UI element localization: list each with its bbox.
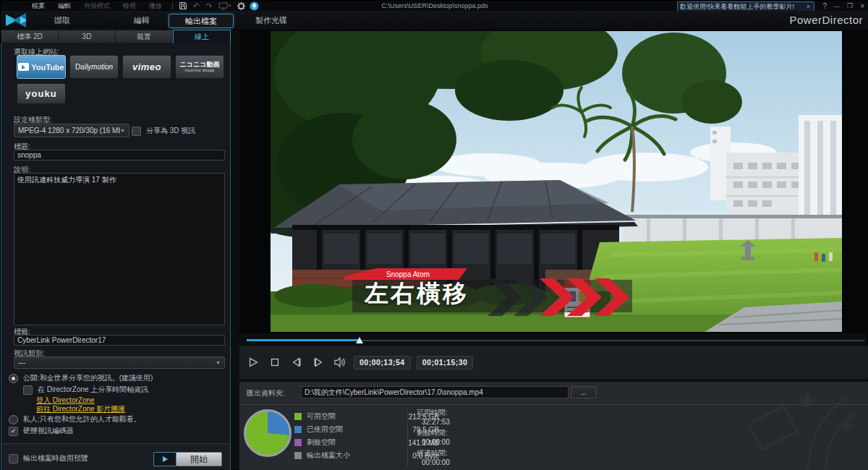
available-time-value: 32:27:53	[422, 418, 450, 426]
brand-title: PowerDirector	[789, 14, 863, 26]
legend-swatch	[294, 439, 302, 446]
menu-edit[interactable]: 編輯	[51, 1, 77, 11]
notification-bell-icon[interactable]	[247, 1, 260, 11]
minimize-button[interactable]: —	[834, 3, 840, 9]
chevron-down-icon: ▼	[216, 360, 221, 365]
elapsed-time-value: 00:00:00	[422, 458, 450, 466]
youtube-label: YouTube	[31, 63, 64, 72]
legend-swatch	[294, 452, 302, 459]
current-timecode: 00;00;13;54	[354, 356, 411, 369]
settings-gear-icon[interactable]	[234, 1, 247, 11]
subtab-standard-2d[interactable]: 標準 2D	[1, 30, 59, 43]
menu-play: 播放	[142, 1, 169, 11]
vimeo-label: vimeo	[132, 61, 161, 72]
menu-view: 檢視	[116, 1, 142, 11]
export-folder-label: 匯出資料夾:	[247, 388, 285, 398]
next-frame-button[interactable]	[310, 355, 326, 369]
private-radio[interactable]	[9, 415, 18, 424]
stop-button[interactable]	[267, 355, 283, 369]
tab-create-disc[interactable]: 製作光碟	[244, 14, 299, 27]
chevron-down-icon: ▼	[120, 128, 125, 133]
share-3d-label: 分享為 3D 視訊	[146, 126, 195, 136]
menu-file[interactable]: 檔案	[25, 1, 51, 11]
site-youku-button[interactable]: youku	[17, 83, 66, 104]
youku-label: youku	[25, 88, 56, 99]
subtab-online[interactable]: 線上	[173, 30, 231, 43]
produce-sub-tabs: 標準 2D 3D 裝置 線上	[1, 30, 231, 43]
save-icon[interactable]	[176, 1, 190, 11]
toolbar-divider	[172, 3, 173, 9]
toast-text: 歡迎使用!快來看看輕鬆上手的教學影片!	[680, 2, 794, 12]
play-button[interactable]	[245, 355, 261, 369]
tab-capture[interactable]: 擷取	[37, 14, 88, 27]
undo-icon: ↶	[190, 1, 203, 11]
share-timeline-checkbox[interactable]	[23, 385, 33, 395]
disk-space-pie-chart	[244, 409, 292, 457]
niconico-label: ニコニコ動画	[180, 61, 220, 68]
video-frame: Snoppa Atom 左右橫移	[271, 31, 842, 332]
niconico-sublabel: niconico douga	[185, 68, 215, 72]
tab-produce[interactable]: 輸出檔案	[169, 14, 234, 28]
restore-button[interactable]: ❐	[847, 2, 853, 9]
dailymotion-label: Daily	[75, 63, 91, 71]
site-niconico-button[interactable]: ニコニコ動画 niconico douga	[175, 55, 224, 79]
available-time-label: 可用時間:	[417, 408, 448, 418]
site-vimeo-button[interactable]: vimeo	[122, 55, 171, 79]
title-input[interactable]	[14, 150, 225, 161]
document-path: C:\Users\USER\Desktop\snoppa.pds	[290, 1, 579, 11]
powerdirector-window: 檔案 編輯 外掛程式 檢視 播放 ↶ ↷ ▼ C:\Users\USER\Des…	[0, 0, 868, 470]
hardware-encoder-option: ✓ 硬體視訊編碼器	[9, 426, 74, 436]
menu-plugins: 外掛程式	[77, 1, 116, 11]
seek-bar[interactable]	[241, 337, 867, 344]
subtab-device[interactable]: 裝置	[116, 30, 173, 43]
previous-frame-button[interactable]	[289, 355, 305, 369]
close-button[interactable]: ×	[860, 2, 864, 10]
produce-footer: 輸出檔案時啟用預覽 開始	[1, 443, 231, 470]
tags-input[interactable]	[14, 335, 225, 346]
profile-type-value: MPEG-4 1280 x 720/30p (16 Mb...	[18, 127, 120, 134]
preview-while-producing-label: 輸出檔案時啟用預覽	[23, 453, 88, 463]
hardware-encoder-label: 硬體視訊編碼器	[23, 426, 74, 436]
chevron-arrows-graphic	[488, 278, 632, 316]
caption-title: 左右橫移	[365, 278, 469, 310]
elapsed-time-label: 經過時間:	[417, 448, 448, 458]
display-mode-icon: ▼	[216, 1, 234, 11]
share-3d-option: 分享為 3D 視訊	[132, 126, 195, 136]
seek-thumb[interactable]	[356, 337, 363, 343]
column-divider	[407, 408, 408, 467]
subtab-3d[interactable]: 3D	[59, 30, 116, 43]
public-label: 公開:和全世界分享您的視訊。(建議使用)	[23, 373, 153, 383]
category-select[interactable]: --- ▼	[14, 356, 225, 369]
profile-type-select[interactable]: MPEG-4 1280 x 720/30p (16 Mb... ▼	[14, 124, 129, 137]
legend-swatch	[294, 426, 302, 433]
help-button[interactable]: ?	[823, 2, 827, 10]
directorzone-gallery-link[interactable]: 前往 DirectorZone 影片圖庫	[36, 404, 125, 414]
site-dailymotion-button[interactable]: Dailymotion	[69, 55, 119, 79]
private-label: 私人:只有您和您允許的人才能觀看。	[23, 414, 141, 424]
public-radio[interactable]	[9, 374, 18, 383]
playback-controls: 00;00;13;54 00;01;15;30	[239, 346, 868, 379]
powerdirector-logo-icon	[4, 12, 27, 29]
category-value: ---	[18, 359, 25, 367]
site-youtube-button[interactable]: YouTube	[17, 55, 66, 79]
description-textarea[interactable]: 使用訊連科技威力導演 17 製作	[14, 173, 225, 325]
export-folder-input[interactable]	[301, 386, 569, 398]
tab-edit[interactable]: 編輯	[116, 14, 167, 27]
redo-icon: ↷	[203, 1, 216, 11]
share-3d-checkbox[interactable]	[132, 127, 141, 136]
ellipsis-icon: ...	[581, 388, 587, 396]
mode-tab-bar: 擷取 編輯 輸出檔案 製作光碟 PowerDirector	[1, 11, 868, 30]
produce-online-panel: 標準 2D 3D 裝置 線上 選取線上網站: YouTube Dailymoti…	[1, 30, 231, 470]
browse-folder-button[interactable]: ...	[571, 386, 597, 398]
remaining-time-value: 00:00:00	[422, 438, 450, 446]
preview-area: Snoppa Atom 左右橫移	[239, 30, 868, 333]
toast-close-icon[interactable]: ×	[805, 3, 812, 10]
duration-timecode: 00;01;15;30	[417, 356, 474, 369]
watermark-graphic	[739, 385, 868, 470]
volume-button[interactable]	[332, 355, 348, 369]
start-button-label: 開始	[176, 452, 222, 466]
preview-while-producing-checkbox[interactable]	[9, 454, 18, 463]
share-timeline-option: 在 DirectorZone 上分享時間軸資訊	[23, 385, 148, 395]
start-button[interactable]: 開始	[153, 452, 222, 466]
hardware-encoder-checkbox[interactable]: ✓	[9, 427, 18, 436]
